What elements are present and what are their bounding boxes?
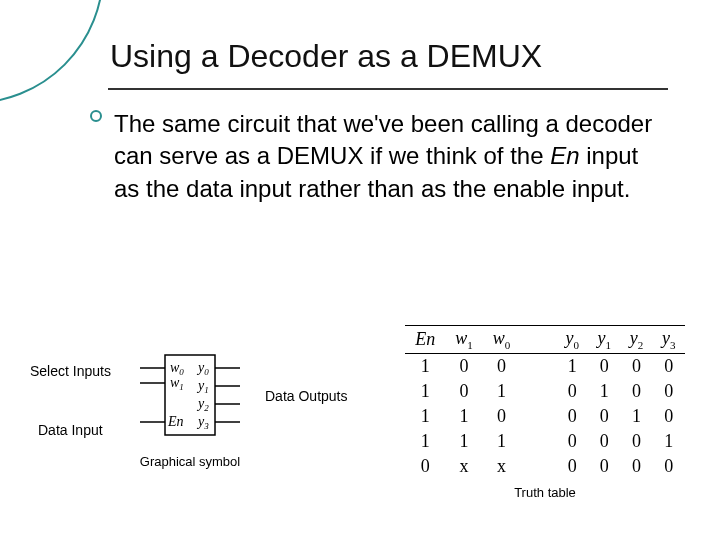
truth-table-body: 10010001010100110001011100010xx0000 — [405, 353, 685, 479]
decoder-svg: w0 w1 En y0 y1 y2 y3 — [130, 350, 250, 450]
svg-text:y1: y1 — [196, 378, 209, 395]
truth-table-caption: Truth table — [405, 485, 685, 500]
paragraph-text: The same circuit that we've been calling… — [114, 110, 652, 202]
truth-table-block: Enw1w0 y0y1y2y3 100100010101001100010111… — [405, 325, 685, 500]
table-row: 1010100 — [405, 379, 685, 404]
hollow-bullet-icon — [90, 110, 102, 122]
label-data-outputs: Data Outputs — [265, 388, 348, 404]
svg-text:En: En — [167, 414, 184, 429]
label-select-inputs: Select Inputs — [30, 363, 111, 379]
label-data-input: Data Input — [38, 422, 103, 438]
decorative-arc — [0, 0, 104, 104]
table-row: 1110001 — [405, 429, 685, 454]
svg-text:y3: y3 — [196, 414, 209, 431]
table-row: 0xx0000 — [405, 454, 685, 479]
svg-text:y0: y0 — [196, 360, 209, 377]
decoder-symbol: w0 w1 En y0 y1 y2 y3 Graphical symbol — [130, 350, 250, 469]
truth-table-header-row: Enw1w0 y0y1y2y3 — [405, 326, 685, 354]
symbol-caption: Graphical symbol — [130, 454, 250, 469]
truth-table: Enw1w0 y0y1y2y3 100100010101001100010111… — [405, 325, 685, 479]
slide-title: Using a Decoder as a DEMUX — [110, 38, 542, 75]
body-text-block: The same circuit that we've been calling… — [108, 108, 668, 205]
bullet-paragraph: The same circuit that we've been calling… — [108, 108, 668, 205]
title-rule — [108, 88, 668, 90]
table-row: 1100010 — [405, 404, 685, 429]
table-row: 1001000 — [405, 353, 685, 379]
svg-text:w1: w1 — [170, 375, 184, 392]
svg-text:y2: y2 — [196, 396, 209, 413]
